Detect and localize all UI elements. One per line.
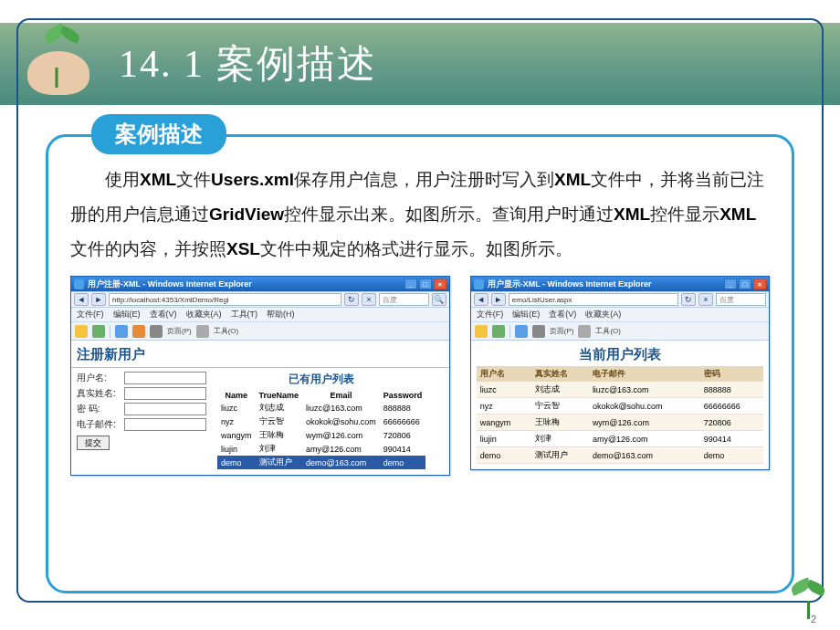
menu-help[interactable]: 帮助(H) xyxy=(267,309,295,320)
table-row: nyz宁云智okokok@sohu.com66666666 xyxy=(477,398,763,415)
minimize-button[interactable]: _ xyxy=(724,278,737,289)
favorites-icon[interactable] xyxy=(75,325,88,338)
titlebar[interactable]: 用户显示-XML - Windows Internet Explorer _ □… xyxy=(471,277,769,291)
toolbar: 页面(P) 工具(O) xyxy=(71,322,449,341)
page-content: 注册新用户 用户名: 真实姓名: 密 码: 电子邮件: 提交 已有用户列表 xyxy=(71,341,449,475)
register-form: 用户名: 真实姓名: 密 码: 电子邮件: 提交 xyxy=(77,372,206,469)
ie-window-list: 用户显示-XML - Windows Internet Explorer _ □… xyxy=(470,276,770,470)
corner-decoration xyxy=(780,573,835,619)
submit-button[interactable]: 提交 xyxy=(77,436,110,450)
username-field[interactable] xyxy=(124,372,206,384)
grid-header-row: 用户名 真实姓名 电子邮件 密码 xyxy=(477,366,763,382)
menu-fav[interactable]: 收藏夹(A) xyxy=(186,309,222,320)
screenshot-row: 用户注册-XML - Windows Internet Explorer _ □… xyxy=(70,276,770,476)
tools-icon[interactable] xyxy=(578,325,591,338)
table-row: demo测试用户demo@163.comdemo xyxy=(477,447,763,464)
menu-view[interactable]: 查看(V) xyxy=(150,309,177,320)
user-grid-title: 已有用户列表 xyxy=(217,372,425,387)
table-row: wangym王咏梅wym@126.com720806 xyxy=(217,428,425,442)
table-row: wangym王咏梅wym@126.com720806 xyxy=(477,415,763,431)
search-go-button[interactable]: 🔍 xyxy=(432,293,446,306)
content-area: 案例描述 使用XML文件Users.xml保存用户信息，用户注册时写入到XML文… xyxy=(46,114,794,593)
titlebar[interactable]: 用户注册-XML - Windows Internet Explorer _ □… xyxy=(71,277,449,291)
table-row: liujin刘津amy@126.com990414 xyxy=(217,442,425,456)
tools-icon[interactable] xyxy=(196,325,209,338)
window-title: 用户注册-XML - Windows Internet Explorer xyxy=(88,278,252,290)
back-button[interactable]: ◄ xyxy=(74,293,89,306)
user-list-title: 当前用户列表 xyxy=(477,346,763,363)
stop-button[interactable]: × xyxy=(362,293,376,306)
minimize-button[interactable]: _ xyxy=(404,278,417,289)
grid-header-row: Name TrueName Email Password xyxy=(217,390,425,401)
user-list-table: 用户名 真实姓名 电子邮件 密码 liuzc刘志成liuzc@163.com88… xyxy=(477,366,763,464)
menu-file[interactable]: 文件(F) xyxy=(77,309,104,320)
stop-button[interactable]: × xyxy=(698,293,713,306)
add-fav-icon[interactable] xyxy=(492,325,505,338)
menu-edit[interactable]: 编辑(E) xyxy=(512,309,540,320)
tools-menu[interactable]: 工具(O) xyxy=(214,326,239,336)
menu-tools[interactable]: 工具(T) xyxy=(231,309,258,320)
ie-window-register: 用户注册-XML - Windows Internet Explorer _ □… xyxy=(70,276,450,476)
window-title: 用户显示-XML - Windows Internet Explorer xyxy=(488,278,652,290)
content-box: 使用XML文件Users.xml保存用户信息，用户注册时写入到XML文件中，并将… xyxy=(46,134,794,593)
user-gridview: Name TrueName Email Password liuzc刘志成liu… xyxy=(217,390,425,469)
back-button[interactable]: ◄ xyxy=(474,293,488,306)
password-field[interactable] xyxy=(124,403,206,415)
menu-edit[interactable]: 编辑(E) xyxy=(113,309,141,320)
feed-icon[interactable] xyxy=(132,325,145,338)
maximize-button[interactable]: □ xyxy=(419,278,432,289)
maximize-button[interactable]: □ xyxy=(739,278,751,289)
description-text: 使用XML文件Users.xml保存用户信息，用户注册时写入到XML文件中，并将… xyxy=(70,163,770,267)
print-icon[interactable] xyxy=(532,325,545,338)
register-title: 注册新用户 xyxy=(77,346,444,363)
leaf-decoration xyxy=(16,16,97,106)
table-row: liujin刘津amy@126.com990414 xyxy=(477,431,763,447)
menu-file[interactable]: 文件(F) xyxy=(477,309,504,320)
forward-button[interactable]: ► xyxy=(491,293,506,306)
menu-view[interactable]: 查看(V) xyxy=(549,309,576,320)
address-bar: ◄ ► http://localhost:4353/XmlDemo/Regi ↻… xyxy=(71,291,449,308)
home-icon[interactable] xyxy=(515,325,528,338)
table-row: nyz宁云智okokok@sohu.com66666666 xyxy=(217,415,425,428)
table-row: liuzc刘志成liuzc@163.com888888 xyxy=(477,382,763,398)
password-label: 密 码: xyxy=(77,403,124,415)
menubar: 文件(F) 编辑(E) 查看(V) 收藏夹(A) xyxy=(471,308,769,322)
forward-button[interactable]: ► xyxy=(91,293,106,306)
truename-field[interactable] xyxy=(124,387,206,400)
table-row-selected[interactable]: demo测试用户demo@163.comdemo xyxy=(217,456,425,469)
close-button[interactable]: × xyxy=(753,278,766,289)
address-bar: ◄ ► emo/ListUser.aspx ↻ × 百度 xyxy=(471,291,769,308)
email-field[interactable] xyxy=(124,418,206,431)
refresh-button[interactable]: ↻ xyxy=(344,293,359,306)
page-content: 当前用户列表 用户名 真实姓名 电子邮件 密码 liuzc刘志成liuzc@16… xyxy=(471,341,769,469)
email-label: 电子邮件: xyxy=(77,418,124,431)
toolbar: 页面(P) 工具(O) xyxy=(471,322,769,341)
section-badge: 案例描述 xyxy=(91,114,226,154)
tools-menu[interactable]: 工具(O) xyxy=(595,326,621,336)
username-label: 用户名: xyxy=(77,372,124,384)
search-input[interactable]: 百度 xyxy=(379,293,429,306)
print-icon[interactable] xyxy=(150,325,163,338)
close-button[interactable]: × xyxy=(434,278,446,289)
menu-fav[interactable]: 收藏夹(A) xyxy=(585,309,621,320)
table-row: liuzc刘志成liuzc@163.com888888 xyxy=(217,401,425,415)
url-input[interactable]: emo/ListUser.aspx xyxy=(509,293,678,306)
menubar: 文件(F) 编辑(E) 查看(V) 收藏夹(A) 工具(T) 帮助(H) xyxy=(71,308,449,322)
home-icon[interactable] xyxy=(115,325,128,338)
page-number: 2 xyxy=(811,614,816,625)
page-menu[interactable]: 页面(P) xyxy=(550,326,574,336)
ie-icon xyxy=(474,279,484,289)
truename-label: 真实姓名: xyxy=(77,387,124,400)
search-input[interactable]: 百度 xyxy=(716,293,766,306)
page-menu[interactable]: 页面(P) xyxy=(167,326,192,336)
url-input[interactable]: http://localhost:4353/XmlDemo/Regi xyxy=(109,293,341,306)
ie-icon xyxy=(74,279,84,289)
add-fav-icon[interactable] xyxy=(92,325,105,338)
refresh-button[interactable]: ↻ xyxy=(681,293,696,306)
favorites-icon[interactable] xyxy=(475,325,488,338)
